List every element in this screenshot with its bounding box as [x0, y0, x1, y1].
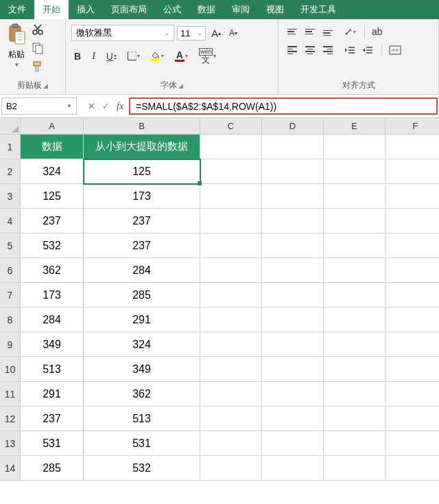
col-header-d[interactable]: D	[262, 118, 324, 135]
cell[interactable]: 513	[84, 406, 200, 431]
cell[interactable]: 362	[84, 382, 200, 406]
menu-review[interactable]: 审阅	[224, 0, 258, 19]
select-all-corner[interactable]	[0, 118, 21, 135]
cell[interactable]: 513	[21, 357, 84, 382]
align-bottom-button[interactable]	[320, 25, 336, 38]
menu-data[interactable]: 数据	[189, 0, 224, 19]
paste-button[interactable]: 粘贴 ▼	[5, 22, 27, 69]
cell[interactable]	[262, 456, 324, 481]
orientation-button[interactable]: ⤢▾	[342, 25, 359, 38]
cell[interactable]	[324, 233, 385, 258]
cell[interactable]	[385, 456, 439, 481]
cell[interactable]: 324	[21, 159, 84, 184]
decrease-font-button[interactable]: A▾	[226, 27, 240, 39]
menu-file[interactable]: 文件	[0, 0, 34, 19]
align-center-button[interactable]	[302, 44, 318, 56]
cell[interactable]	[385, 431, 439, 456]
format-painter-icon[interactable]	[32, 60, 44, 75]
col-header-c[interactable]: C	[200, 118, 262, 135]
cell[interactable]	[324, 332, 385, 357]
cell[interactable]	[262, 184, 324, 209]
cell[interactable]	[324, 431, 385, 456]
cell[interactable]	[324, 283, 385, 308]
align-middle-button[interactable]	[302, 25, 318, 38]
cell[interactable]	[262, 135, 324, 159]
row-header[interactable]: 9	[0, 332, 21, 357]
merge-button[interactable]	[381, 44, 404, 56]
cell[interactable]	[385, 283, 439, 308]
row-header[interactable]: 14	[0, 456, 21, 481]
cell[interactable]	[385, 135, 439, 159]
cell[interactable]	[200, 406, 262, 431]
cell[interactable]	[324, 135, 385, 159]
cell[interactable]	[262, 332, 324, 357]
cell[interactable]	[262, 406, 324, 431]
cell[interactable]	[262, 159, 324, 184]
cell[interactable]	[200, 159, 262, 184]
cut-icon[interactable]	[32, 23, 44, 38]
cell[interactable]	[200, 283, 262, 308]
cell[interactable]	[324, 209, 385, 233]
cell[interactable]: 532	[21, 233, 84, 258]
cell[interactable]	[262, 283, 324, 308]
menu-view[interactable]: 视图	[258, 0, 292, 19]
menu-formula[interactable]: 公式	[155, 0, 189, 19]
font-name-select[interactable]: 微软雅黑⌄	[71, 25, 174, 41]
cell[interactable]: 从小到大提取的数据	[84, 135, 200, 159]
cell[interactable]	[324, 456, 385, 481]
cell[interactable]	[324, 308, 385, 332]
cell[interactable]	[262, 357, 324, 382]
cell[interactable]: 173	[21, 283, 84, 308]
menu-insert[interactable]: 插入	[69, 0, 103, 19]
cell[interactable]: 237	[21, 209, 84, 233]
increase-font-button[interactable]: A▴	[209, 26, 224, 41]
row-header[interactable]: 6	[0, 258, 21, 283]
cell[interactable]	[324, 184, 385, 209]
row-header[interactable]: 4	[0, 209, 21, 233]
row-header[interactable]: 3	[0, 184, 21, 209]
cell[interactable]: 237	[84, 233, 200, 258]
name-box[interactable]: B2▼	[1, 98, 77, 115]
dialog-launcher-icon[interactable]: ◢	[178, 82, 183, 89]
decrease-indent-button[interactable]	[342, 44, 358, 56]
cell[interactable]	[385, 258, 439, 283]
cell[interactable]	[200, 332, 262, 357]
cell[interactable]: 291	[21, 382, 84, 406]
cell[interactable]	[200, 233, 262, 258]
cell[interactable]	[324, 357, 385, 382]
cell[interactable]	[262, 382, 324, 406]
enter-formula-button[interactable]: ✓	[102, 101, 110, 111]
dialog-launcher-icon[interactable]: ◢	[43, 82, 48, 89]
col-header-e[interactable]: E	[324, 118, 385, 135]
underline-button[interactable]: U▾	[104, 49, 119, 63]
cell[interactable]	[200, 135, 262, 159]
cell[interactable]: 数据	[21, 135, 84, 159]
cell[interactable]	[200, 258, 262, 283]
cell[interactable]	[262, 431, 324, 456]
col-header-a[interactable]: A	[21, 118, 84, 135]
cell[interactable]	[324, 159, 385, 184]
font-color-button[interactable]: A▾	[172, 49, 191, 63]
row-header[interactable]: 11	[0, 382, 21, 406]
cell[interactable]	[385, 308, 439, 332]
cell[interactable]: 531	[21, 431, 84, 456]
cell[interactable]: 349	[84, 357, 200, 382]
cell[interactable]	[200, 308, 262, 332]
italic-button[interactable]: I	[89, 49, 98, 63]
cell[interactable]	[262, 258, 324, 283]
cell[interactable]: 237	[84, 209, 200, 233]
cell[interactable]	[200, 184, 262, 209]
menu-layout[interactable]: 页面布局	[103, 0, 155, 19]
cancel-formula-button[interactable]: ✕	[88, 101, 95, 111]
cell[interactable]	[385, 209, 439, 233]
align-left-button[interactable]	[284, 44, 300, 56]
cell[interactable]	[262, 233, 324, 258]
row-header[interactable]: 7	[0, 283, 21, 308]
cell[interactable]: 125	[21, 184, 84, 209]
row-header[interactable]: 5	[0, 233, 21, 258]
cell[interactable]: 349	[21, 332, 84, 357]
row-header[interactable]: 2	[0, 159, 21, 184]
cell[interactable]	[324, 258, 385, 283]
fx-button[interactable]: fx	[117, 101, 123, 112]
formula-input[interactable]: =SMALL($A$2:$A$14,ROW(A1))	[129, 98, 438, 115]
